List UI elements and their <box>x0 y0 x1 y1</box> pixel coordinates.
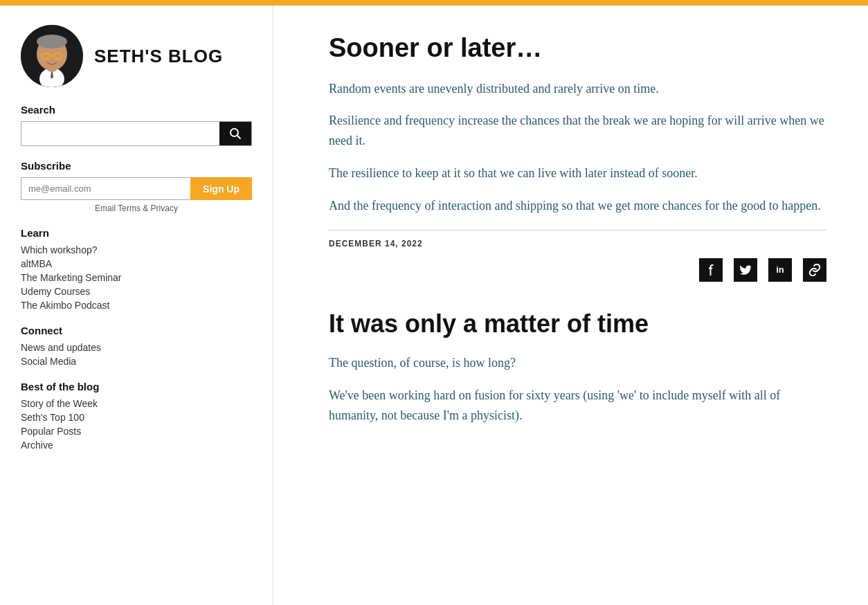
share-icons: in <box>329 258 826 282</box>
sidebar-item-story-week[interactable]: Story of the Week <box>21 398 252 409</box>
post-1: Sooner or later… Random events are uneve… <box>329 33 826 282</box>
sidebar: SETH'S BLOG Search Subscribe Sign Up Ema… <box>0 6 273 605</box>
post-2: It was only a matter of time The questio… <box>329 309 826 426</box>
sidebar-item-top-100[interactable]: Seth's Top 100 <box>21 412 252 423</box>
sidebar-item-social-media[interactable]: Social Media <box>21 356 252 367</box>
post-1-p4: And the frequency of interaction and shi… <box>329 196 826 216</box>
main-content: Sooner or later… Random events are uneve… <box>273 6 868 605</box>
share-facebook-button[interactable] <box>699 258 723 282</box>
sidebar-item-popular-posts[interactable]: Popular Posts <box>21 426 252 437</box>
post-1-divider <box>329 230 826 231</box>
subscribe-label: Subscribe <box>21 160 252 172</box>
facebook-icon <box>705 264 717 276</box>
post-2-body: The question, of course, is how long? We… <box>329 353 826 425</box>
connect-section: Connect News and updates Social Media <box>21 325 252 367</box>
search-input[interactable] <box>21 122 219 145</box>
sidebar-item-marketing-seminar[interactable]: The Marketing Seminar <box>21 272 252 283</box>
search-icon <box>229 127 242 140</box>
share-link-button[interactable] <box>803 258 826 282</box>
share-linkedin-button[interactable]: in <box>768 258 792 282</box>
sidebar-item-udemy-courses[interactable]: Udemy Courses <box>21 286 252 297</box>
sidebar-item-which-workshop[interactable]: Which workshop? <box>21 244 252 255</box>
post-1-date: DECEMBER 14, 2022 <box>329 239 826 249</box>
logo-area: SETH'S BLOG <box>21 25 252 87</box>
sidebar-item-archive[interactable]: Archive <box>21 440 252 451</box>
search-label: Search <box>21 104 252 116</box>
blog-title: SETH'S BLOG <box>94 46 223 66</box>
top-bar <box>0 0 868 6</box>
post-2-p1: The question, of course, is how long? <box>329 353 826 373</box>
sidebar-item-akimbo-podcast[interactable]: The Akimbo Podcast <box>21 300 252 311</box>
learn-label: Learn <box>21 227 252 239</box>
search-section: Search <box>21 104 252 146</box>
svg-line-11 <box>237 136 241 139</box>
post-1-p3: The resilience to keep at it so that we … <box>329 163 826 183</box>
svg-point-6 <box>37 35 67 48</box>
post-2-p2: We've been working hard on fusion for si… <box>329 386 826 426</box>
connect-label: Connect <box>21 325 252 336</box>
best-blog-section: Best of the blog Story of the Week Seth'… <box>21 381 252 451</box>
best-blog-label: Best of the blog <box>21 381 252 392</box>
sign-up-button[interactable]: Sign Up <box>190 177 252 200</box>
post-1-p2: Resilience and frequency increase the ch… <box>329 111 826 151</box>
sidebar-item-altmba[interactable]: altMBA <box>21 258 252 269</box>
twitter-icon <box>739 264 752 276</box>
post-1-body: Random events are unevenly distributed a… <box>329 79 826 216</box>
subscribe-input[interactable] <box>21 177 190 200</box>
subscribe-row: Sign Up <box>21 177 252 200</box>
avatar <box>21 25 83 87</box>
search-box <box>21 121 252 146</box>
link-icon <box>808 264 821 276</box>
post-1-title: Sooner or later… <box>329 33 826 64</box>
search-button[interactable] <box>219 122 251 145</box>
email-terms: Email Terms & Privacy <box>21 204 252 213</box>
sidebar-item-news-updates[interactable]: News and updates <box>21 342 252 353</box>
share-twitter-button[interactable] <box>734 258 757 282</box>
post-1-p1: Random events are unevenly distributed a… <box>329 79 826 99</box>
learn-section: Learn Which workshop? altMBA The Marketi… <box>21 227 252 311</box>
post-2-title: It was only a matter of time <box>329 309 826 338</box>
subscribe-section: Subscribe Sign Up Email Terms & Privacy <box>21 160 252 213</box>
